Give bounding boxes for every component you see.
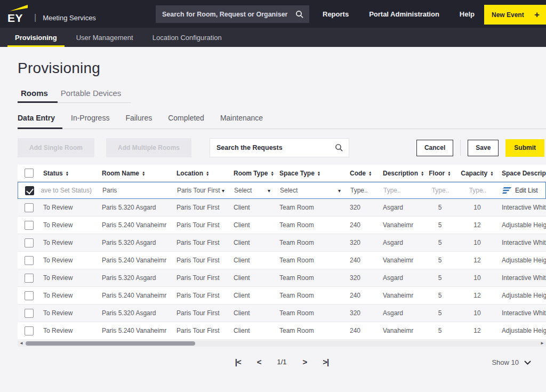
cell-room_name: Paris 5.320 Asgard	[99, 204, 173, 211]
edit-code-input[interactable]: Type..	[347, 187, 380, 194]
edit-room-type-dropdown[interactable]: Select ▾	[231, 187, 277, 194]
first-page-button[interactable]: |<	[235, 357, 241, 366]
new-event-button[interactable]: New Event +	[484, 5, 546, 25]
row-checkbox[interactable]	[25, 238, 34, 247]
row-checkbox-cell	[18, 256, 40, 265]
sort-icon[interactable]: ▲▼	[447, 171, 451, 176]
cell-location: Paris Tour First	[173, 239, 230, 246]
sort-icon[interactable]: ▲▼	[368, 171, 372, 176]
column-header-room_type[interactable]: Room Type▲▼	[230, 170, 276, 177]
main-nav: Provisioning User Management Location Co…	[0, 28, 546, 47]
toolbar-divider	[460, 140, 461, 156]
sort-icon[interactable]: ▲▼	[317, 171, 320, 176]
column-header-label: Status	[43, 170, 63, 177]
nav-item-user-management[interactable]: User Management	[69, 28, 141, 47]
cell-floor: 5	[424, 221, 456, 229]
edit-description-input[interactable]: Type..	[380, 187, 424, 194]
row-checkbox[interactable]	[25, 203, 34, 212]
subtab-data-entry[interactable]: Data Entry	[18, 114, 62, 129]
next-page-button[interactable]: >	[303, 357, 307, 366]
column-header-floor[interactable]: Floor▲▼	[424, 170, 456, 177]
column-header-capacity[interactable]: Capacity▲▼	[456, 170, 499, 177]
column-header-description[interactable]: Description▲▼	[380, 170, 424, 177]
cell-status: To Review	[40, 257, 99, 264]
sort-icon[interactable]: ▲▼	[270, 171, 274, 176]
row-checkbox[interactable]	[25, 309, 34, 318]
tab-rooms[interactable]: Rooms	[18, 89, 58, 103]
edit-location-dropdown[interactable]: Paris Tour First ▾	[174, 187, 231, 194]
sort-icon[interactable]: ▲▼	[490, 171, 493, 176]
cell-floor: 5	[424, 327, 456, 334]
submit-button[interactable]: Submit	[505, 139, 544, 157]
edit-room-name-input[interactable]: Paris	[99, 187, 174, 194]
row-checkbox[interactable]	[25, 256, 34, 265]
previous-page-button[interactable]: <	[257, 357, 261, 366]
edit-capacity-input[interactable]: Type..	[456, 187, 499, 194]
save-button[interactable]: Save	[468, 140, 499, 156]
cell-room_name: Paris 5.240 Vanaheimr	[99, 257, 173, 264]
column-header-space_description[interactable]: Space Description	[499, 170, 546, 177]
cell-space_description: Interactive Whiteboa	[499, 274, 546, 282]
row-checkbox[interactable]	[25, 291, 34, 300]
column-header-status[interactable]: Status▲▼	[40, 170, 99, 177]
nav-item-provisioning[interactable]: Provisioning	[7, 28, 65, 47]
search-icon[interactable]	[335, 143, 343, 152]
cell-code: 320	[347, 309, 380, 317]
subtab-maintenance[interactable]: Maintenance	[220, 114, 270, 129]
subtab-completed[interactable]: Completed	[168, 114, 212, 129]
select-all-checkbox[interactable]	[25, 169, 34, 178]
edit-status-text: (Save to Set Status)	[41, 187, 99, 194]
add-single-room-button[interactable]: Add Single Room	[18, 138, 94, 157]
column-header-label: Space Type	[279, 170, 315, 177]
cell-space_description: Adjustable Height Ta	[499, 292, 546, 299]
row-checkbox[interactable]	[25, 274, 34, 283]
global-search-input[interactable]	[162, 11, 295, 18]
add-multiple-rooms-button[interactable]: Add Multiple Rooms	[106, 138, 191, 157]
cell-description: Vanaheimr	[380, 257, 424, 264]
edit-floor-input[interactable]: Type..	[424, 187, 456, 194]
edit-space-type-dropdown[interactable]: Select ▾	[277, 187, 347, 194]
global-search[interactable]	[156, 5, 309, 23]
sort-icon[interactable]: ▲▼	[206, 171, 209, 176]
cell-space_type: Team Room	[276, 274, 347, 282]
cell-space_description: Adjustable Height Ta	[499, 327, 546, 334]
column-header-space_type[interactable]: Space Type▲▼	[276, 170, 347, 177]
help-link[interactable]: Help	[460, 10, 475, 18]
cell-code: 240	[347, 327, 380, 334]
cell-location: Paris Tour First	[173, 274, 230, 282]
scroll-left-icon[interactable]: ◄	[19, 340, 23, 347]
last-page-button[interactable]: >|	[323, 357, 328, 366]
search-icon[interactable]	[295, 10, 304, 19]
sort-icon[interactable]: ▲▼	[142, 171, 145, 176]
scrollbar-thumb[interactable]	[26, 341, 195, 346]
subtab-in-progress[interactable]: In-Progress	[71, 114, 117, 129]
edit-list-button[interactable]: Edit List	[499, 187, 545, 194]
reports-link[interactable]: Reports	[323, 10, 349, 18]
table-row: To ReviewParis 5.240 VanaheimrParis Tour…	[18, 287, 546, 305]
requests-search-input[interactable]	[216, 144, 335, 151]
row-checkbox[interactable]	[25, 326, 34, 335]
chevron-down-icon: ▾	[222, 188, 224, 194]
sort-icon[interactable]: ▲▼	[66, 171, 69, 176]
subtab-failures[interactable]: Failures	[125, 114, 159, 129]
pagination-row: |< < 1/1 > >| Show 10	[18, 357, 546, 371]
nav-item-location-configuration[interactable]: Location Configuration	[145, 28, 229, 47]
edit-space-type-value: Select	[280, 187, 298, 194]
scroll-right-icon[interactable]: ►	[540, 340, 544, 347]
column-header-location[interactable]: Location▲▼	[173, 170, 230, 177]
show-count-dropdown[interactable]: Show 10	[492, 358, 531, 366]
portal-administration-link[interactable]: Portal Administration	[369, 10, 439, 18]
cell-capacity: 10	[456, 239, 499, 246]
row-checkbox[interactable]	[25, 221, 34, 230]
row-checkbox-checked[interactable]	[25, 186, 34, 195]
nav-provisioning-label: Provisioning	[15, 34, 57, 42]
tab-portable-devices[interactable]: Portable Devices	[58, 89, 131, 103]
column-header-code[interactable]: Code▲▼	[347, 170, 380, 177]
requests-search[interactable]	[210, 138, 349, 157]
cell-description: Asgard	[380, 239, 424, 246]
cell-room_type: Client	[230, 292, 276, 299]
column-header-room_name[interactable]: Room Name▲▼	[99, 170, 173, 177]
cancel-button[interactable]: Cancel	[416, 140, 453, 156]
cell-room_type: Client	[230, 327, 276, 334]
horizontal-scrollbar[interactable]: ◄ ►	[18, 340, 546, 347]
